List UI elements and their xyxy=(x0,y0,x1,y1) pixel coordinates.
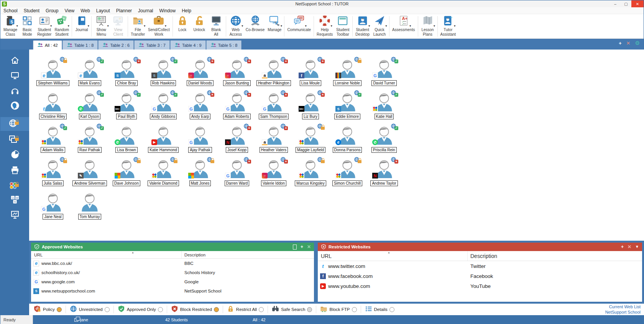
student-andrew-silverman[interactable]: ✎Andrew Silverman xyxy=(71,158,108,192)
send-collect-work-button[interactable]: ▼Send/CollectWork xyxy=(146,14,171,38)
student-karl-dyson[interactable]: ✆✓Karl Dyson xyxy=(71,91,108,125)
student-desktop-button[interactable]: ▼StudentDesktop xyxy=(354,14,371,38)
radio-restrict-all[interactable] xyxy=(259,307,264,312)
student-lisa-brown[interactable]: ✆Lisa Brown xyxy=(108,125,145,158)
student-maggie-layfield[interactable]: Maggie Layfield xyxy=(292,125,329,158)
dropdown-arrow-icon[interactable]: ▼ xyxy=(16,25,18,27)
mode-restrict-all[interactable]: Restrict All xyxy=(227,305,264,314)
student-christine-riley[interactable]: tChristine Riley xyxy=(34,91,71,125)
menu-school[interactable]: School xyxy=(0,7,21,14)
radio-block-restricted[interactable] xyxy=(214,307,219,312)
student-paul-blyth[interactable]: BBC✓Paul Blyth xyxy=(108,91,145,125)
student-daniel-woods[interactable]: ○✕Daniel Woods xyxy=(182,58,219,91)
website-row-www-netsupportschool-com[interactable]: Swww.netsupportschool.comNetSupport Scho… xyxy=(31,286,314,296)
student-marcus-kingsley[interactable]: Marcus Kingsley xyxy=(292,158,329,192)
menu-web[interactable]: Web xyxy=(77,7,93,14)
web-list-link[interactable]: Current Web List xyxy=(605,304,641,309)
mode-block-restricted[interactable]: Block Restricted xyxy=(171,305,219,314)
collapse-panel-icon[interactable]: ▼ xyxy=(635,245,639,249)
mode-details[interactable]: Details xyxy=(365,305,394,314)
dropdown-arrow-icon[interactable]: ▼ xyxy=(409,25,412,27)
student-liz-bury[interactable]: BBC✕Liz Bury xyxy=(292,91,329,125)
manage-button[interactable]: ▼Manage xyxy=(266,14,283,38)
menu-layout[interactable]: Layout xyxy=(93,7,113,14)
sidebar-item-headphones[interactable] xyxy=(0,85,29,99)
student-katie-hall[interactable]: ✓Katie Hall xyxy=(366,91,402,125)
quick-launch-button[interactable]: ▼QuickLaunch xyxy=(371,14,388,38)
tab-table-2-6[interactable]: Table 2 : 6 xyxy=(98,40,134,50)
journal-button[interactable]: ▼Journal xyxy=(73,14,90,38)
url-column-header[interactable]: URL xyxy=(318,253,332,259)
student-tom-murray[interactable]: Tom Murray xyxy=(71,192,108,225)
dropdown-arrow-icon[interactable]: ▼ xyxy=(330,25,333,27)
radio-block-ftp[interactable] xyxy=(352,307,357,312)
student-dave-johnson[interactable]: Dave Johnson xyxy=(108,158,145,192)
menu-planner[interactable]: Planner xyxy=(113,7,135,14)
mode-policy[interactable]: Policy xyxy=(34,305,62,314)
tab-settings-gear-icon[interactable]: ⚙ xyxy=(635,40,640,46)
random-student-button[interactable]: ▼RandomStudent xyxy=(53,14,71,38)
add-tab-icon[interactable]: + xyxy=(619,41,622,46)
student-ajay-pathak[interactable]: GAjay Pathak xyxy=(182,125,219,158)
close-icon[interactable] xyxy=(631,0,644,7)
student-valerie-iddon[interactable]: ○✕Valerie Iddon xyxy=(255,158,292,192)
dropdown-arrow-icon[interactable]: ▼ xyxy=(304,25,307,27)
tab-table-3-7[interactable]: Table 3 : 7 xyxy=(134,40,170,50)
assessments-button[interactable]: A+✓✓▼Assessments xyxy=(391,14,416,38)
tutor-assistant-button[interactable]: ▼TutorAssistant xyxy=(439,14,458,38)
lesson-plans-button[interactable]: ▼LessonPlans xyxy=(419,14,436,38)
menu-window[interactable]: Window xyxy=(156,7,179,14)
maximize-icon[interactable] xyxy=(621,0,631,7)
student-jane-neal[interactable]: GJane Neal xyxy=(34,192,71,225)
student-heather-vaters[interactable]: a✕Heather Vaters xyxy=(255,125,292,158)
remove-website-icon[interactable]: ✕ xyxy=(307,245,311,249)
student-eddie-elmore[interactable]: S✓Eddie Elmore xyxy=(329,91,366,125)
student-andy-earp[interactable]: G✕Andy Earp xyxy=(182,91,219,125)
sidebar-item-thoughts[interactable] xyxy=(0,99,29,113)
tab-table-4-9[interactable]: Table 4 : 9 xyxy=(170,40,206,50)
dropdown-arrow-icon[interactable]: ▼ xyxy=(87,25,90,27)
dropdown-arrow-icon[interactable]: ▼ xyxy=(67,25,70,27)
dropdown-arrow-icon[interactable]: ▼ xyxy=(143,25,146,27)
student-rob-hawkins[interactable]: S✓Rob Hawkins xyxy=(145,58,182,91)
student-andy-gibbons[interactable]: G✓Andy Gibbons xyxy=(145,91,182,125)
description-column-header[interactable]: Description xyxy=(184,253,205,257)
mode-block-ftp[interactable]: Block FTP xyxy=(320,305,356,314)
basic-mode-button[interactable]: BasicMode xyxy=(19,14,36,38)
sidebar-item-pie-chart[interactable] xyxy=(0,149,29,162)
add-website-icon[interactable]: + xyxy=(301,245,303,249)
website-row-www-google-com[interactable]: Gwww.google.comGoogle xyxy=(31,277,314,286)
dropdown-arrow-icon[interactable]: ▼ xyxy=(164,25,167,27)
sidebar-item-whiteboard[interactable] xyxy=(0,208,29,222)
sidebar-item-apps[interactable] xyxy=(0,179,29,193)
lock-button[interactable]: Lock xyxy=(174,14,191,38)
student-chloe-bray[interactable]: S✕Chloe Bray xyxy=(108,58,145,91)
student-ravi-pathak[interactable]: ✓Ravi Pathak xyxy=(71,125,108,158)
communicate-button[interactable]: ▼Communicate xyxy=(286,14,312,38)
close-tab-icon[interactable]: ✕ xyxy=(626,41,631,46)
student-matt-jones[interactable]: Matt Jones xyxy=(182,158,219,192)
report-icon[interactable] xyxy=(293,245,297,250)
menu-student[interactable]: Student xyxy=(21,7,43,14)
student-toolbar-button[interactable]: StudentToolbar xyxy=(334,14,351,38)
sidebar-item-web[interactable] xyxy=(0,117,29,131)
tab-all-42[interactable]: All : 42 xyxy=(33,40,62,50)
sidebar-item-monitor[interactable] xyxy=(0,69,29,83)
student-andrew-taylor[interactable]: N✕Andrew Taylor xyxy=(366,158,402,192)
dropdown-arrow-icon[interactable]: ▼ xyxy=(50,25,53,27)
student-darren-ward[interactable]: G✕Darren Ward xyxy=(219,158,255,192)
sidebar-item-windows[interactable] xyxy=(0,133,29,147)
add-website-icon[interactable]: + xyxy=(621,245,624,249)
student-adam-roberts[interactable]: G✕Adam Roberts xyxy=(219,91,255,125)
student-lorraine-noble[interactable]: Lorraine Noble xyxy=(329,58,366,91)
web-list-name[interactable]: NetSupport School xyxy=(605,309,641,315)
radio-policy[interactable] xyxy=(57,307,62,312)
dropdown-arrow-icon[interactable]: ▼ xyxy=(241,25,244,27)
dropdown-arrow-icon[interactable]: ▼ xyxy=(433,25,436,27)
student-priscilla-rein[interactable]: ✆✓Priscilla Rein xyxy=(366,125,402,158)
radio-details[interactable] xyxy=(389,307,394,312)
web-access-button[interactable]: ▼WebAccess xyxy=(227,14,244,38)
student-register-button[interactable]: ▼StudentRegister xyxy=(36,14,53,38)
mode-approved-only[interactable]: Approved Only xyxy=(118,305,163,314)
student-jason-bunting[interactable]: ○✕Jason Bunting xyxy=(219,58,255,91)
